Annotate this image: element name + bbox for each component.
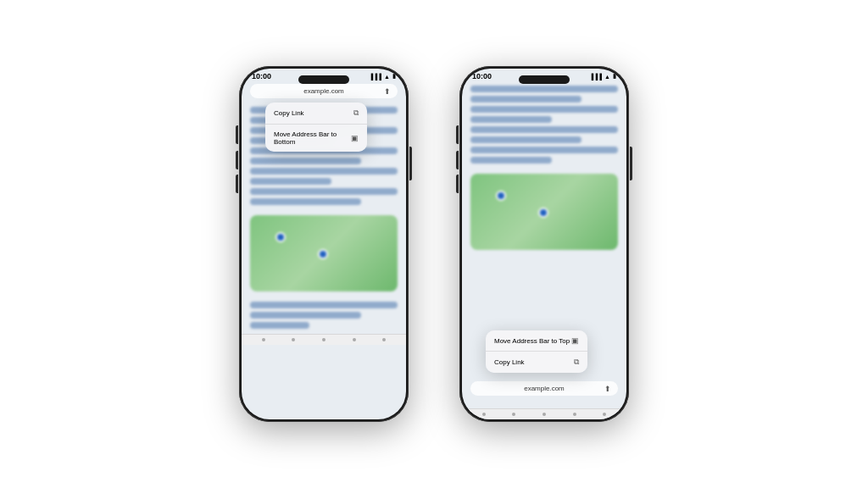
dynamic-island-right [519,75,570,84]
wifi-icon-right: ▲ [604,74,610,80]
toolbar-dot [512,413,515,416]
mute-button-right [456,175,459,193]
move-bar-label-left: Move Address Bar to Bottom [274,130,351,146]
content-row [470,106,618,113]
toolbar-dot [262,338,265,341]
menu-item-move-bar-left[interactable]: Move Address Bar to Bottom ▣ [265,125,367,152]
share-icon-right: ⬆ [604,385,611,393]
url-text-right: example.com [524,385,565,392]
menu-item-copy-link-right[interactable]: Copy Link ⧉ [486,352,587,373]
content-row [470,157,552,164]
volume-up-button-right [456,125,459,144]
phone-right: 10:00 ▐▐▐ ▲ ▮ [459,66,629,422]
toolbar-dot [603,413,606,416]
content-row [250,178,331,185]
dynamic-island-left [298,75,349,84]
content-row [250,322,309,329]
address-bar-left[interactable]: example.com ⬆ [250,84,398,98]
phone-frame-right: 10:00 ▐▐▐ ▲ ▮ [459,66,629,422]
address-bar-right[interactable]: example.com ⬆ [470,381,618,396]
content-row [250,198,361,205]
content-row [250,188,398,195]
status-time-left: 10:00 [252,72,271,80]
content-row [470,136,581,143]
wifi-icon: ▲ [384,74,390,80]
content-row [250,312,361,319]
menu-item-move-bar-right[interactable]: Move Address Bar to Top ▣ [486,330,587,352]
phone-left: 10:00 ▐▐▐ ▲ ▮ example.com ⬆ Copy Link ⧉ [239,66,409,422]
copy-link-icon-left: ⧉ [353,108,359,118]
content-row [250,158,361,164]
status-time-right: 10:00 [472,72,492,80]
phone-screen-left: 10:00 ▐▐▐ ▲ ▮ example.com ⬆ Copy Link ⧉ [242,69,406,419]
toolbar-dot [542,413,546,416]
toolbar-dot [353,338,356,341]
content-row [470,86,618,92]
battery-icon: ▮ [392,73,396,80]
move-bar-icon-right: ▣ [571,336,579,345]
toolbar-dot [573,413,576,416]
signal-icon-right: ▐▐▐ [589,74,602,80]
battery-icon-right: ▮ [613,73,616,80]
content-area-right-top [462,80,626,250]
url-text-left: example.com [303,87,344,95]
content-row [470,96,581,103]
move-bar-icon-left: ▣ [351,134,359,142]
volume-down-button [236,151,238,169]
mute-button [236,175,238,193]
phone-screen-right: 10:00 ▐▐▐ ▲ ▮ [462,69,626,419]
content-row [470,147,618,153]
power-button-right [630,147,632,180]
phone-frame-left: 10:00 ▐▐▐ ▲ ▮ example.com ⬆ Copy Link ⧉ [239,66,409,422]
content-row [250,168,398,175]
popup-menu-right: Move Address Bar to Top ▣ Copy Link ⧉ [486,330,587,373]
volume-down-button-right [456,151,459,169]
content-row [470,116,552,123]
popup-menu-left: Copy Link ⧉ Move Address Bar to Bottom ▣ [265,103,367,152]
bottom-toolbar-left [242,334,406,345]
power-button [409,147,412,180]
menu-item-copy-link-left[interactable]: Copy Link ⧉ [265,103,367,125]
status-icons-right: ▐▐▐ ▲ ▮ [589,73,616,80]
bottom-toolbar-right [462,408,626,419]
content-row [470,126,618,133]
copy-link-icon-right: ⧉ [574,358,579,367]
toolbar-dot [382,338,386,341]
signal-icon: ▐▐▐ [369,74,381,80]
status-icons-left: ▐▐▐ ▲ ▮ [369,73,396,80]
move-bar-label-right: Move Address Bar to Top [494,337,570,345]
copy-link-label-right: Copy Link [494,358,525,366]
copy-link-label-left: Copy Link [274,109,304,117]
volume-up-button [236,125,238,144]
toolbar-dot [322,338,326,341]
map-area-left [250,215,398,291]
map-area-right [470,174,618,250]
share-icon-left: ⬆ [384,87,391,96]
toolbar-dot [292,338,295,341]
toolbar-dot [482,413,486,416]
content-row [250,302,398,308]
